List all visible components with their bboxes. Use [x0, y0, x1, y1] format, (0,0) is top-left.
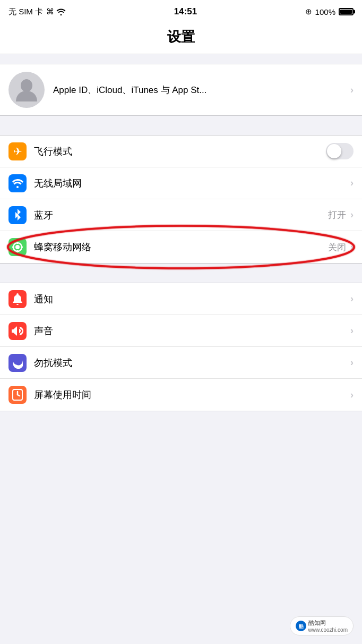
wifi-setting-icon	[8, 174, 27, 192]
svg-point-2	[15, 245, 20, 249]
status-right: ⊕ 100%	[305, 7, 354, 16]
sounds-row[interactable]: 声音 ›	[0, 315, 362, 347]
wifi-chevron: ›	[350, 177, 354, 189]
dnd-label: 勿扰模式	[34, 357, 350, 369]
battery-icon	[339, 8, 354, 15]
watermark: 酷 酷知网 www.coozhi.com	[290, 616, 354, 635]
cellular-value: 关闭	[328, 241, 346, 253]
sounds-label: 声音	[34, 325, 350, 337]
notifications-icon	[8, 290, 27, 308]
profile-section: Apple ID、iCloud、iTunes 与 App St... ›	[0, 64, 362, 116]
page-title: 设置	[0, 28, 362, 46]
avatar	[8, 72, 45, 108]
status-left: 无 SIM 卡 ⌘	[8, 7, 66, 17]
status-bar: 无 SIM 卡 ⌘ 14:51 ⊕ 100%	[0, 0, 362, 23]
wifi-row[interactable]: 无线局域网 ›	[0, 167, 362, 199]
screentime-row[interactable]: 屏幕使用时间 ›	[0, 379, 362, 411]
profile-chevron: ›	[350, 84, 354, 96]
notifications-chevron: ›	[350, 293, 354, 304]
svg-text:酷: 酷	[298, 624, 304, 629]
svg-point-0	[21, 79, 32, 92]
notifications-section: 通知 › 声音 › 勿扰模式 › 屏幕使用时间 ›	[0, 283, 362, 411]
svg-line-10	[18, 395, 20, 396]
page-title-bar: 设置	[0, 23, 362, 54]
profile-name: Apple ID、iCloud、iTunes 与 App St...	[53, 84, 350, 96]
notifications-label: 通知	[34, 293, 350, 306]
cellular-row[interactable]: 蜂窝移动网络 关闭 ›	[0, 231, 362, 263]
lock-icon: ⊕	[305, 7, 312, 16]
bluetooth-icon	[8, 206, 27, 224]
dnd-row[interactable]: 勿扰模式 ›	[0, 347, 362, 379]
screentime-label: 屏幕使用时间	[34, 388, 350, 401]
carrier-label: 无 SIM 卡	[8, 7, 43, 17]
connectivity-section: ✈ 飞行模式 无线局域网 › 蓝牙 打开 ›	[0, 135, 362, 264]
airplane-toggle[interactable]	[326, 143, 354, 159]
airplane-icon: ✈	[8, 142, 27, 160]
wifi-label: 无线局域网	[34, 177, 350, 190]
airplane-label: 飞行模式	[34, 145, 326, 158]
time-display: 14:51	[174, 6, 197, 17]
watermark-logo: 酷	[296, 621, 306, 631]
notifications-row[interactable]: 通知 ›	[0, 283, 362, 315]
bluetooth-value: 打开	[328, 209, 346, 221]
wifi-icon: ⌘	[46, 7, 66, 16]
sounds-icon	[8, 322, 27, 340]
sounds-chevron: ›	[350, 325, 354, 336]
profile-info: Apple ID、iCloud、iTunes 与 App St...	[53, 84, 350, 96]
bluetooth-chevron: ›	[350, 209, 354, 221]
bluetooth-row[interactable]: 蓝牙 打开 ›	[0, 199, 362, 231]
watermark-text: 酷知网 www.coozhi.com	[308, 619, 348, 633]
cellular-chevron: ›	[350, 242, 354, 253]
airplane-row[interactable]: ✈ 飞行模式	[0, 135, 362, 167]
airplane-toggle-knob	[327, 144, 341, 158]
battery-percent: 100%	[315, 7, 335, 16]
screentime-chevron: ›	[350, 389, 354, 401]
profile-row[interactable]: Apple ID、iCloud、iTunes 与 App St... ›	[0, 64, 362, 115]
dnd-chevron: ›	[350, 357, 354, 368]
screentime-icon	[8, 386, 27, 404]
cellular-icon	[8, 238, 27, 256]
dnd-icon	[8, 354, 27, 372]
bluetooth-label: 蓝牙	[34, 209, 328, 222]
cellular-label: 蜂窝移动网络	[34, 241, 328, 253]
